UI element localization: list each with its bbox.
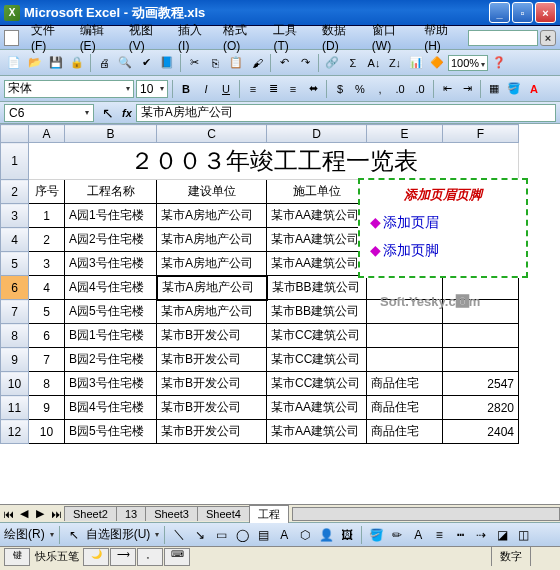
- row-header[interactable]: 3: [1, 204, 29, 228]
- borders-icon[interactable]: ▦: [485, 80, 503, 98]
- data-cell[interactable]: A园3号住宅楼: [65, 252, 157, 276]
- help-icon[interactable]: ❓: [489, 53, 509, 73]
- preview-icon[interactable]: 🔍: [115, 53, 135, 73]
- maximize-button[interactable]: ▫: [512, 2, 533, 23]
- data-cell[interactable]: 某市AA建筑公司: [267, 252, 367, 276]
- decrease-indent-icon[interactable]: ⇤: [438, 80, 456, 98]
- data-cell[interactable]: A园2号住宅楼: [65, 228, 157, 252]
- data-cell[interactable]: 某市A房地产公司: [157, 228, 267, 252]
- autosum-icon[interactable]: Σ: [343, 53, 363, 73]
- arrow-icon[interactable]: ↘: [191, 526, 209, 544]
- header-cell[interactable]: 施工单位: [267, 180, 367, 204]
- data-cell[interactable]: 2: [29, 228, 65, 252]
- align-left-icon[interactable]: ≡: [244, 80, 262, 98]
- tab-nav-next-icon[interactable]: ▶: [32, 506, 48, 522]
- clipart-icon[interactable]: 👤: [317, 526, 335, 544]
- research-icon[interactable]: 📘: [157, 53, 177, 73]
- row-header[interactable]: 10: [1, 372, 29, 396]
- menu-file[interactable]: 文件(F): [25, 20, 74, 55]
- permission-icon[interactable]: 🔒: [67, 53, 87, 73]
- menu-data[interactable]: 数据(D): [316, 20, 366, 55]
- data-cell[interactable]: B园5号住宅楼: [65, 420, 157, 444]
- data-cell[interactable]: 某市AA建筑公司: [267, 420, 367, 444]
- ime-mode-icon[interactable]: 🌙: [83, 548, 109, 566]
- decrease-decimal-icon[interactable]: .0: [411, 80, 429, 98]
- data-cell[interactable]: B园4号住宅楼: [65, 396, 157, 420]
- font-size-box[interactable]: 10▾: [136, 80, 168, 98]
- row-header[interactable]: 1: [1, 143, 29, 180]
- data-cell[interactable]: 某市B开发公司: [157, 324, 267, 348]
- header-cell[interactable]: 序号: [29, 180, 65, 204]
- select-objects-icon[interactable]: ↖: [65, 526, 83, 544]
- data-cell[interactable]: 商品住宅: [367, 396, 443, 420]
- currency-icon[interactable]: $: [331, 80, 349, 98]
- hyperlink-icon[interactable]: 🔗: [322, 53, 342, 73]
- autoshapes-menu[interactable]: 自选图形(U): [86, 526, 151, 543]
- sheet-tab[interactable]: Sheet2: [64, 506, 117, 521]
- wordart-icon[interactable]: A: [275, 526, 293, 544]
- data-cell[interactable]: 2547: [443, 372, 519, 396]
- menu-tools[interactable]: 工具(T): [267, 20, 316, 55]
- data-cell[interactable]: 4: [29, 276, 65, 300]
- drawing-menu[interactable]: 绘图(R): [4, 526, 45, 543]
- sheet-tab-active[interactable]: 工程: [249, 505, 289, 523]
- drawing-icon[interactable]: 🔶: [427, 53, 447, 73]
- header-cell[interactable]: 工程名称: [65, 180, 157, 204]
- data-cell[interactable]: B园1号住宅楼: [65, 324, 157, 348]
- format-painter-icon[interactable]: 🖌: [247, 53, 267, 73]
- increase-indent-icon[interactable]: ⇥: [458, 80, 476, 98]
- 3d-icon[interactable]: ◫: [514, 526, 532, 544]
- data-cell[interactable]: [367, 324, 443, 348]
- horizontal-scrollbar[interactable]: [292, 507, 560, 521]
- fill-color-icon[interactable]: 🪣: [505, 80, 523, 98]
- name-box[interactable]: C6▾: [4, 104, 94, 122]
- data-cell[interactable]: 某市AA建筑公司: [267, 228, 367, 252]
- data-cell[interactable]: 7: [29, 348, 65, 372]
- save-icon[interactable]: 💾: [46, 53, 66, 73]
- data-cell[interactable]: 某市CC建筑公司: [267, 372, 367, 396]
- italic-button[interactable]: I: [197, 80, 215, 98]
- merge-center-icon[interactable]: ⬌: [304, 80, 322, 98]
- underline-button[interactable]: U: [217, 80, 235, 98]
- data-cell[interactable]: 5: [29, 300, 65, 324]
- sheet-tab[interactable]: 13: [116, 506, 146, 521]
- header-cell[interactable]: 建设单位: [157, 180, 267, 204]
- data-cell[interactable]: 8: [29, 372, 65, 396]
- sheet-tab[interactable]: Sheet3: [145, 506, 198, 521]
- bold-button[interactable]: B: [177, 80, 195, 98]
- line-style-icon[interactable]: ≡: [430, 526, 448, 544]
- rectangle-icon[interactable]: ▭: [212, 526, 230, 544]
- sort-asc-icon[interactable]: A↓: [364, 53, 384, 73]
- data-cell[interactable]: [367, 348, 443, 372]
- line-color-icon[interactable]: ✏: [388, 526, 406, 544]
- data-cell[interactable]: A园4号住宅楼: [65, 276, 157, 300]
- picture-icon[interactable]: 🖼: [338, 526, 356, 544]
- row-header[interactable]: 12: [1, 420, 29, 444]
- row-header[interactable]: 7: [1, 300, 29, 324]
- data-cell[interactable]: 某市A房地产公司: [157, 252, 267, 276]
- data-cell[interactable]: [443, 324, 519, 348]
- sheet-tab[interactable]: Sheet4: [197, 506, 250, 521]
- data-cell[interactable]: 某市CC建筑公司: [267, 348, 367, 372]
- dash-style-icon[interactable]: ┅: [451, 526, 469, 544]
- data-cell[interactable]: B园3号住宅楼: [65, 372, 157, 396]
- data-cell[interactable]: 某市B开发公司: [157, 396, 267, 420]
- font-color-icon[interactable]: A: [409, 526, 427, 544]
- menu-view[interactable]: 视图(V): [123, 20, 172, 55]
- paste-icon[interactable]: 📋: [226, 53, 246, 73]
- ime-punct-icon[interactable]: 。: [137, 548, 163, 566]
- data-cell[interactable]: 2820: [443, 396, 519, 420]
- data-cell[interactable]: A园5号住宅楼: [65, 300, 157, 324]
- row-header[interactable]: 5: [1, 252, 29, 276]
- font-color-icon[interactable]: A: [525, 80, 543, 98]
- increase-decimal-icon[interactable]: .0: [391, 80, 409, 98]
- data-cell[interactable]: 10: [29, 420, 65, 444]
- data-cell[interactable]: 某市B开发公司: [157, 348, 267, 372]
- tab-nav-prev-icon[interactable]: ◀: [16, 506, 32, 522]
- textbox-icon[interactable]: ▤: [254, 526, 272, 544]
- diagram-icon[interactable]: ⬡: [296, 526, 314, 544]
- zoom-box[interactable]: 100%▾: [448, 55, 488, 71]
- ime-icon[interactable]: 键: [4, 548, 30, 566]
- fx-icon[interactable]: fx: [122, 107, 132, 119]
- data-cell[interactable]: 2404: [443, 420, 519, 444]
